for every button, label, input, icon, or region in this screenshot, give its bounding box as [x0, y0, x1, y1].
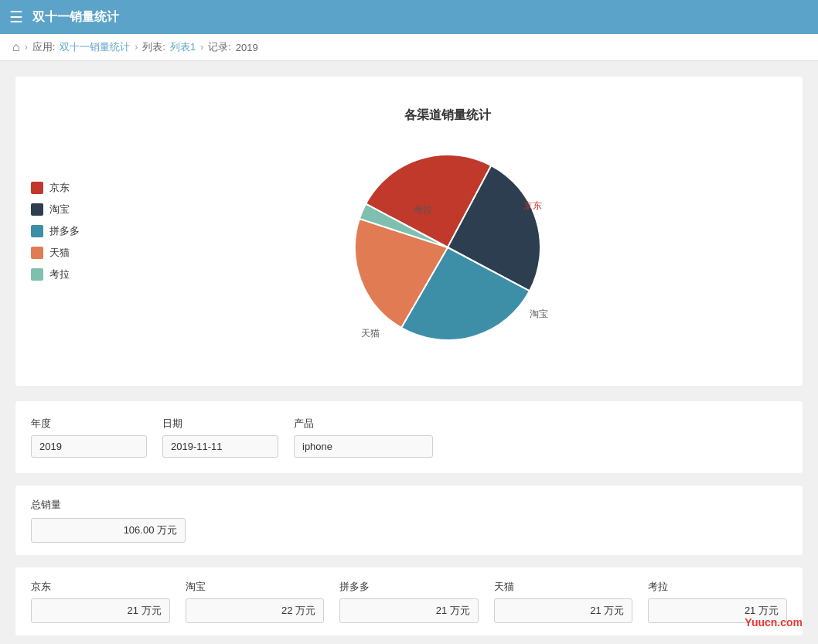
legend-label: 拼多多: [49, 224, 80, 238]
total-value: 106.00 万元: [31, 518, 186, 543]
svg-text:天猫: 天猫: [361, 328, 380, 339]
list-link[interactable]: 列表1: [170, 40, 196, 54]
home-icon[interactable]: ⌂: [12, 40, 20, 54]
breadcrumb: ⌂ › 应用: 双十一销量统计 › 列表: 列表1 › 记录: 2019: [0, 34, 818, 61]
channel-group: 拼多多 21 万元: [339, 580, 479, 623]
product-input[interactable]: [294, 435, 433, 458]
breadcrumb-sep-3: ›: [200, 42, 203, 53]
pie-chart: 京东淘宝拼多多天猫考拉: [339, 139, 556, 356]
chart-title: 各渠道销量统计: [404, 107, 491, 124]
menu-icon[interactable]: ☰: [9, 8, 23, 26]
record-value: 2019: [236, 42, 258, 53]
legend-item: 京东: [31, 181, 93, 195]
legend-label: 京东: [49, 181, 70, 195]
legend-item: 天猫: [31, 246, 93, 260]
channel-label: 考拉: [648, 580, 787, 594]
channel-label: 天猫: [494, 580, 633, 594]
legend-color: [31, 203, 43, 216]
header: ☰ 双十一销量统计: [0, 0, 818, 34]
date-label: 日期: [162, 417, 278, 431]
chart-legend: 京东 淘宝 拼多多 天猫 考拉: [31, 181, 93, 281]
record-prefix: 记录:: [208, 40, 231, 54]
legend-label: 淘宝: [49, 203, 70, 216]
product-group: 产品: [294, 417, 433, 458]
app-link[interactable]: 双十一销量统计: [60, 40, 130, 54]
channel-group: 淘宝 22 万元: [186, 580, 325, 623]
legend-color: [31, 268, 43, 281]
legend-label: 天猫: [49, 246, 70, 260]
chart-container: 各渠道销量统计 京东淘宝拼多多天猫考拉: [108, 107, 787, 356]
date-group: 日期: [162, 417, 278, 458]
channel-group: 天猫 21 万元: [494, 580, 633, 623]
year-group: 年度: [31, 417, 147, 458]
chart-section: 京东 淘宝 拼多多 天猫 考拉 各渠道销量统计 京东淘宝拼多多天猫考拉: [15, 77, 803, 386]
svg-text:淘宝: 淘宝: [530, 308, 548, 319]
year-input[interactable]: [31, 435, 147, 458]
legend-item: 拼多多: [31, 224, 93, 238]
main-content: 京东 淘宝 拼多多 天猫 考拉 各渠道销量统计 京东淘宝拼多多天猫考拉: [0, 61, 818, 644]
year-label: 年度: [31, 417, 147, 431]
breadcrumb-sep-2: ›: [135, 42, 138, 53]
watermark: Yuucn.com: [745, 616, 803, 629]
date-input[interactable]: [162, 435, 278, 458]
product-label: 产品: [294, 417, 433, 431]
svg-text:考拉: 考拉: [414, 204, 432, 215]
channels-section: 京东 21 万元 淘宝 22 万元 拼多多 21 万元 天猫 21 万元 考拉 …: [15, 567, 803, 635]
legend-color: [31, 247, 43, 259]
legend-color: [31, 225, 43, 237]
legend-label: 考拉: [49, 267, 70, 281]
legend-item: 考拉: [31, 267, 93, 281]
channel-value: 21 万元: [31, 598, 170, 623]
legend-item: 淘宝: [31, 203, 93, 216]
channel-label: 拼多多: [339, 580, 479, 594]
total-label: 总销量: [31, 498, 787, 512]
channel-value: 21 万元: [339, 598, 479, 623]
legend-color: [31, 182, 43, 194]
channel-label: 淘宝: [186, 580, 325, 594]
header-title: 双十一销量统计: [32, 9, 119, 26]
breadcrumb-sep-1: ›: [25, 42, 28, 53]
form-section: 年度 日期 产品: [15, 401, 803, 473]
list-prefix: 列表:: [142, 40, 165, 54]
form-row: 年度 日期 产品: [31, 417, 787, 458]
svg-text:京东: 京东: [523, 200, 542, 211]
channel-value: 21 万元: [494, 598, 633, 623]
channel-group: 京东 21 万元: [31, 580, 170, 623]
total-section: 总销量 106.00 万元: [15, 486, 803, 555]
app-prefix: 应用:: [32, 40, 56, 54]
channel-value: 22 万元: [186, 598, 325, 623]
channel-label: 京东: [31, 580, 170, 594]
